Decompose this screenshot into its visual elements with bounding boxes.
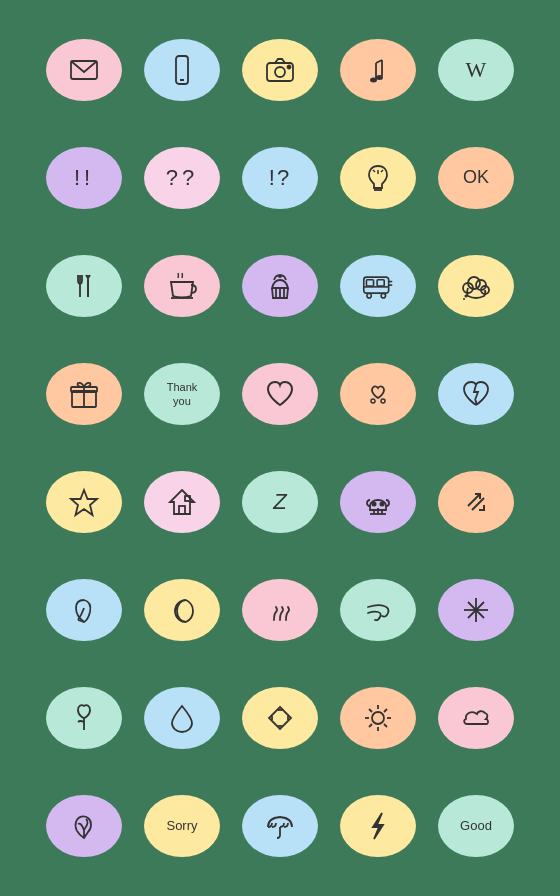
- cloud-bubble: [438, 255, 514, 317]
- house-bubble: [144, 471, 220, 533]
- heart-bubble: [242, 363, 318, 425]
- smallheart-bubble: [340, 363, 416, 425]
- mail-bubble: [46, 39, 122, 101]
- list-item[interactable]: Thankyou: [137, 344, 227, 444]
- svg-point-22: [367, 294, 371, 298]
- exclamation-bubble: !!: [46, 147, 122, 209]
- leaf-bubble: [46, 579, 122, 641]
- list-item[interactable]: [431, 344, 521, 444]
- drop-bubble: [144, 687, 220, 749]
- list-item[interactable]: OK: [431, 128, 521, 228]
- gift-bubble: [46, 363, 122, 425]
- lightning-bubble: [340, 795, 416, 857]
- music-bubble: [340, 39, 416, 101]
- list-item[interactable]: [137, 560, 227, 660]
- OK-bubble: OK: [438, 147, 514, 209]
- sorry-bubble: Sorry: [144, 795, 220, 857]
- list-item[interactable]: [235, 668, 325, 768]
- sun-bubble: [340, 687, 416, 749]
- svg-point-55: [372, 712, 384, 724]
- svg-line-11: [381, 170, 383, 172]
- sparkle-bubble: [438, 579, 514, 641]
- tea-bubble: [144, 255, 220, 317]
- list-item[interactable]: [333, 344, 423, 444]
- emoji-grid: W !! ?? !? OK: [23, 4, 537, 892]
- question-bubble: ??: [144, 147, 220, 209]
- list-item[interactable]: [137, 20, 227, 120]
- list-item[interactable]: [333, 452, 423, 552]
- list-item[interactable]: [431, 236, 521, 336]
- list-item[interactable]: [333, 236, 423, 336]
- svg-point-37: [381, 399, 385, 403]
- svg-point-18: [278, 274, 282, 278]
- wind-bubble: [340, 579, 416, 641]
- svg-point-43: [380, 502, 385, 507]
- list-item[interactable]: [39, 20, 129, 120]
- list-item[interactable]: [431, 560, 521, 660]
- svg-marker-64: [373, 813, 383, 839]
- list-item[interactable]: [235, 344, 325, 444]
- svg-rect-41: [185, 496, 190, 501]
- tulip-bubble: [46, 687, 122, 749]
- svg-point-36: [371, 399, 375, 403]
- list-item[interactable]: [431, 668, 521, 768]
- list-item[interactable]: Good: [431, 776, 521, 876]
- list-item[interactable]: !?: [235, 128, 325, 228]
- sorry-text: Sorry: [166, 818, 197, 835]
- svg-line-60: [369, 709, 372, 712]
- svg-marker-39: [170, 490, 194, 514]
- list-item[interactable]: [333, 668, 423, 768]
- list-item[interactable]: W: [431, 20, 521, 120]
- list-item[interactable]: [39, 776, 129, 876]
- svg-line-63: [369, 724, 372, 727]
- camera-bubble: [242, 39, 318, 101]
- svg-point-23: [381, 294, 385, 298]
- svg-point-31: [465, 295, 468, 298]
- svg-rect-20: [366, 280, 373, 286]
- list-item[interactable]: [39, 452, 129, 552]
- svg-point-32: [463, 298, 465, 300]
- list-item[interactable]: [235, 20, 325, 120]
- fork-bubble: [46, 255, 122, 317]
- svg-point-42: [372, 502, 377, 507]
- list-item[interactable]: ??: [137, 128, 227, 228]
- list-item[interactable]: [137, 452, 227, 552]
- list-item[interactable]: [39, 344, 129, 444]
- Z-bubble: Z: [242, 471, 318, 533]
- list-item[interactable]: [39, 236, 129, 336]
- arrows-bubble: [438, 471, 514, 533]
- skull-bubble: [340, 471, 416, 533]
- list-item[interactable]: [39, 668, 129, 768]
- list-item[interactable]: [333, 20, 423, 120]
- diamond-bubble: [242, 687, 318, 749]
- svg-point-5: [288, 66, 291, 69]
- moon-bubble: [144, 579, 220, 641]
- cupcake-bubble: [242, 255, 318, 317]
- list-item[interactable]: [333, 776, 423, 876]
- list-item[interactable]: Z: [235, 452, 325, 552]
- list-item[interactable]: [431, 452, 521, 552]
- list-item[interactable]: [137, 668, 227, 768]
- list-item[interactable]: [235, 560, 325, 660]
- svg-point-6: [376, 75, 383, 80]
- bus-bubble: [340, 255, 416, 317]
- svg-rect-40: [179, 506, 185, 514]
- thankyou-bubble: Thankyou: [144, 363, 220, 425]
- svg-marker-38: [71, 490, 97, 515]
- interrobang-bubble: !?: [242, 147, 318, 209]
- phone-bubble: [144, 39, 220, 101]
- svg-rect-21: [377, 280, 384, 286]
- bulb-bubble: [340, 147, 416, 209]
- list-item[interactable]: [235, 776, 325, 876]
- list-item[interactable]: [39, 560, 129, 660]
- W-bubble: W: [438, 39, 514, 101]
- list-item[interactable]: [333, 560, 423, 660]
- list-item[interactable]: Sorry: [137, 776, 227, 876]
- umbrella-bubble: [242, 795, 318, 857]
- list-item[interactable]: [333, 128, 423, 228]
- list-item[interactable]: [235, 236, 325, 336]
- list-item[interactable]: !!: [39, 128, 129, 228]
- cloud2-bubble: [438, 687, 514, 749]
- brokenheart-bubble: [438, 363, 514, 425]
- list-item[interactable]: [137, 236, 227, 336]
